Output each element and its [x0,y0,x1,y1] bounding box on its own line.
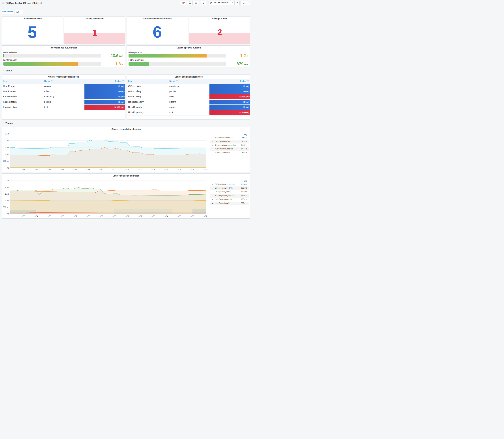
svg-text:16:06: 16:06 [189,215,194,217]
svg-text:16:04: 16:04 [163,215,168,217]
svg-text:16:07: 16:07 [202,215,207,217]
svg-text:15:58: 15:58 [85,169,90,171]
svg-text:500 ms: 500 ms [3,206,9,208]
svg-text:15:54: 15:54 [33,169,38,171]
svg-text:16:02: 16:02 [137,169,142,171]
svg-text:2.5 s: 2.5 s [5,180,9,182]
svg-text:16:00: 16:00 [111,215,116,217]
svg-text:16:06: 16:06 [189,169,194,171]
svg-text:1.5 s: 1.5 s [5,146,9,148]
svg-text:16:00: 16:00 [111,169,116,171]
svg-text:15:55: 15:55 [46,215,51,217]
svg-text:500 ms: 500 ms [3,160,9,162]
svg-text:16:05: 16:05 [176,169,181,171]
svg-text:15:57: 15:57 [72,215,77,217]
svg-text:1.0 s: 1.0 s [5,153,9,155]
svg-text:0 s: 0 s [7,167,9,169]
svg-text:15:58: 15:58 [85,215,90,217]
svg-text:0 s: 0 s [7,213,9,215]
svg-text:15:53: 15:53 [20,169,25,171]
svg-text:16:03: 16:03 [150,215,155,217]
svg-text:15:53: 15:53 [20,215,25,217]
svg-text:15:54: 15:54 [33,215,38,217]
svg-text:16:05: 16:05 [176,215,181,217]
svg-text:15:56: 15:56 [59,169,64,171]
svg-text:1.5 s: 1.5 s [5,193,9,195]
svg-text:15:55: 15:55 [46,169,51,171]
svg-text:16:01: 16:01 [124,169,129,171]
svg-text:15:59: 15:59 [98,215,103,217]
svg-text:16:01: 16:01 [124,215,129,217]
svg-text:16:04: 16:04 [163,169,168,171]
svg-text:1.0 s: 1.0 s [5,200,9,202]
svg-text:2.0 s: 2.0 s [5,186,9,188]
svg-text:16:03: 16:03 [150,169,155,171]
svg-text:15:56: 15:56 [59,215,64,217]
svg-text:2.0 s: 2.0 s [5,140,9,142]
svg-text:15:57: 15:57 [72,169,77,171]
svg-text:2.5 s: 2.5 s [5,133,9,135]
svg-text:16:02: 16:02 [137,215,142,217]
svg-text:15:59: 15:59 [98,169,103,171]
svg-text:16:07: 16:07 [202,169,207,171]
